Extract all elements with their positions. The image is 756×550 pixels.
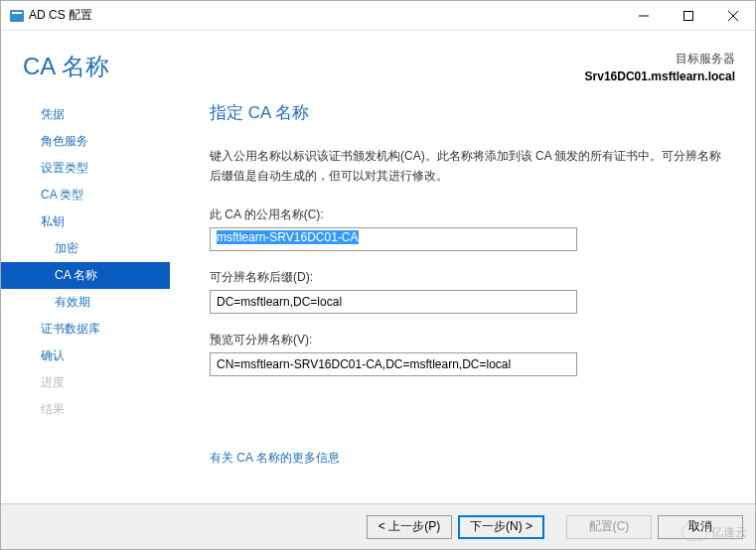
title-bar: AD CS 配置	[1, 1, 755, 31]
sidebar-item-cryptography[interactable]: 加密	[1, 235, 170, 262]
page-heading: CA 名称	[23, 51, 109, 82]
footer: < 上一步(P) 下一步(N) > 配置(C) 取消	[1, 503, 755, 549]
preview-dn-label: 预览可分辨名称(V):	[210, 332, 727, 348]
target-server-name: Srv16DC01.msftlearn.local	[585, 69, 735, 83]
sidebar-item-private-key[interactable]: 私钥	[1, 208, 170, 235]
svg-rect-1	[12, 12, 22, 14]
sidebar-item-confirm[interactable]: 确认	[1, 343, 170, 369]
svg-rect-0	[10, 10, 24, 22]
close-button[interactable]	[710, 1, 755, 31]
main-content: 指定 CA 名称 键入公用名称以标识该证书颁发机构(CA)。此名称将添加到该 C…	[170, 97, 755, 503]
svg-rect-3	[683, 11, 692, 20]
target-server-label: 目标服务器	[585, 51, 735, 68]
sidebar-item-cert-db[interactable]: 证书数据库	[1, 316, 170, 343]
common-name-label: 此 CA 的公用名称(C):	[210, 206, 727, 223]
dn-suffix-block: 可分辨名称后缀(D):	[210, 269, 727, 314]
section-title: 指定 CA 名称	[210, 101, 727, 124]
common-name-block: 此 CA 的公用名称(C): msftlearn-SRV16DC01-CA	[210, 206, 727, 251]
preview-dn-block: 预览可分辨名称(V):	[210, 332, 727, 376]
sidebar-item-setup-type[interactable]: 设置类型	[1, 155, 170, 182]
sidebar-item-ca-type[interactable]: CA 类型	[1, 182, 170, 208]
target-server-block: 目标服务器 Srv16DC01.msftlearn.local	[585, 51, 735, 83]
sidebar-item-results: 结果	[1, 396, 170, 423]
next-button[interactable]: 下一步(N) >	[458, 515, 544, 539]
window-title: AD CS 配置	[29, 7, 92, 24]
maximize-button[interactable]	[666, 1, 710, 31]
sidebar-item-progress: 进度	[1, 369, 170, 396]
sidebar-item-credentials[interactable]: 凭据	[1, 101, 170, 128]
sidebar-item-ca-name[interactable]: CA 名称	[1, 262, 170, 289]
previous-button[interactable]: < 上一步(P)	[367, 515, 452, 539]
section-description: 键入公用名称以标识该证书颁发机构(CA)。此名称将添加到该 CA 颁发的所有证书…	[210, 146, 727, 187]
dn-suffix-label: 可分辨名称后缀(D):	[210, 269, 727, 286]
body: 凭据 角色服务 设置类型 CA 类型 私钥 加密 CA 名称 有效期 证书数据库…	[1, 97, 755, 503]
wizard-window: AD CS 配置 CA 名称 目标服务器 Srv16DC01.msftlearn…	[0, 0, 756, 550]
cancel-button[interactable]: 取消	[658, 515, 743, 539]
configure-button: 配置(C)	[566, 515, 652, 539]
sidebar-item-role-services[interactable]: 角色服务	[1, 128, 170, 155]
more-info-link[interactable]: 有关 CA 名称的更多信息	[210, 450, 340, 467]
app-icon	[9, 8, 25, 24]
sidebar: 凭据 角色服务 设置类型 CA 类型 私钥 加密 CA 名称 有效期 证书数据库…	[1, 97, 170, 503]
sidebar-item-validity[interactable]: 有效期	[1, 289, 170, 316]
dn-suffix-input[interactable]	[210, 290, 577, 314]
common-name-input[interactable]: msftlearn-SRV16DC01-CA	[210, 227, 577, 251]
common-name-value: msftlearn-SRV16DC01-CA	[217, 230, 359, 244]
preview-dn-input[interactable]	[210, 352, 577, 376]
minimize-button[interactable]	[621, 1, 666, 31]
header: CA 名称 目标服务器 Srv16DC01.msftlearn.local	[1, 31, 755, 97]
